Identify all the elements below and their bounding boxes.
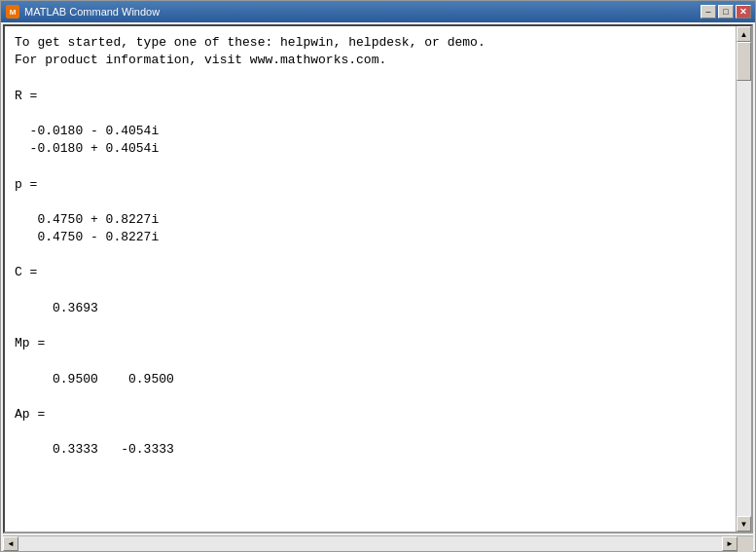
close-button[interactable]: ✕: [736, 5, 751, 18]
scroll-right-button[interactable]: ►: [722, 536, 738, 551]
scroll-left-button[interactable]: ◄: [3, 536, 18, 551]
title-bar-left: M MATLAB Command Window: [5, 4, 160, 19]
horizontal-scrollbar[interactable]: ◄ ►: [3, 536, 738, 551]
matlab-icon: M: [5, 4, 20, 19]
scroll-up-button[interactable]: ▲: [737, 26, 751, 42]
scrollbar-h-track[interactable]: [18, 536, 722, 551]
scroll-down-button[interactable]: ▼: [737, 516, 751, 532]
window-controls: – □ ✕: [701, 5, 751, 18]
command-window-output[interactable]: To get started, type one of these: helpw…: [5, 26, 736, 532]
content-area: To get started, type one of these: helpw…: [3, 24, 753, 534]
title-bar: M MATLAB Command Window – □ ✕: [1, 1, 755, 22]
matlab-logo: M: [6, 5, 19, 18]
minimize-button[interactable]: –: [701, 5, 716, 18]
window-title: MATLAB Command Window: [24, 6, 160, 18]
matlab-window: M MATLAB Command Window – □ ✕ To get sta…: [0, 0, 756, 552]
vertical-scrollbar[interactable]: ▲ ▼: [736, 26, 751, 532]
scrollbar-thumb[interactable]: [737, 42, 751, 81]
scrollbar-track[interactable]: [737, 42, 751, 516]
maximize-button[interactable]: □: [718, 5, 734, 18]
scrollbar-corner: [738, 536, 753, 552]
horizontal-scrollbar-container: ◄ ►: [3, 535, 753, 551]
terminal-text: To get started, type one of these: helpw…: [15, 34, 726, 460]
